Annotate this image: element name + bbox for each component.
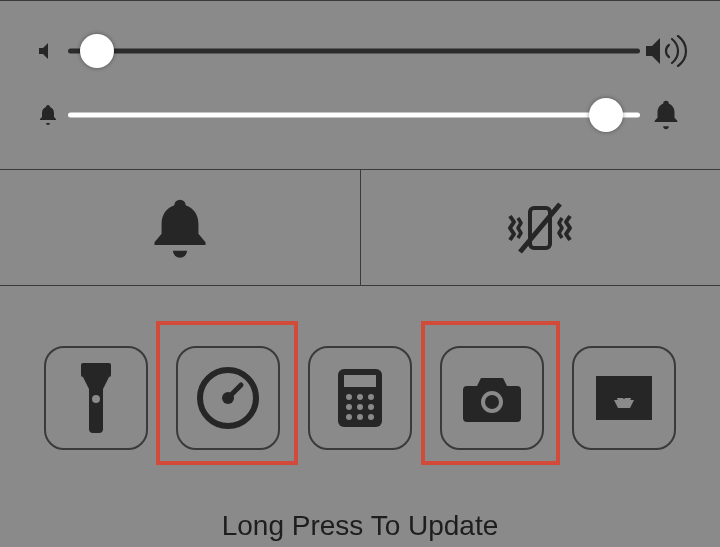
bell-small-icon bbox=[28, 103, 68, 127]
flashlight-tile[interactable] bbox=[44, 346, 148, 450]
timer-tile[interactable] bbox=[176, 346, 280, 450]
sliders-section bbox=[0, 1, 720, 170]
shortcuts-row bbox=[0, 286, 720, 450]
svg-line-6 bbox=[228, 385, 241, 398]
svg-point-14 bbox=[368, 404, 374, 410]
ringer-slider-row bbox=[28, 83, 692, 147]
ring-mode-button[interactable] bbox=[0, 170, 361, 285]
control-center-panel: Long Press To Update bbox=[0, 0, 720, 547]
svg-rect-8 bbox=[344, 375, 376, 387]
svg-point-15 bbox=[346, 414, 352, 420]
footer-hint: Long Press To Update bbox=[0, 510, 720, 547]
timer-icon bbox=[197, 367, 259, 429]
calculator-tile[interactable] bbox=[308, 346, 412, 450]
ringer-slider[interactable] bbox=[68, 100, 640, 130]
inbox-down-icon bbox=[596, 376, 652, 420]
speaker-loud-icon bbox=[640, 35, 692, 67]
svg-point-10 bbox=[357, 394, 363, 400]
svg-point-13 bbox=[357, 404, 363, 410]
svg-point-17 bbox=[368, 414, 374, 420]
bell-solid-icon bbox=[640, 98, 692, 132]
svg-point-19 bbox=[485, 395, 499, 409]
svg-point-9 bbox=[346, 394, 352, 400]
svg-rect-2 bbox=[81, 363, 111, 377]
speaker-mute-icon bbox=[28, 39, 68, 63]
svg-point-16 bbox=[357, 414, 363, 420]
bell-large-icon bbox=[146, 194, 214, 262]
vibrate-off-icon bbox=[500, 196, 580, 260]
sound-mode-section bbox=[0, 170, 720, 286]
vibrate-off-button[interactable] bbox=[361, 170, 721, 285]
volume-slider-row bbox=[28, 19, 692, 83]
calculator-icon bbox=[338, 369, 382, 427]
svg-point-12 bbox=[346, 404, 352, 410]
downloads-tile[interactable] bbox=[572, 346, 676, 450]
volume-slider[interactable] bbox=[68, 36, 640, 66]
svg-point-3 bbox=[92, 395, 100, 403]
svg-line-1 bbox=[520, 204, 560, 252]
camera-icon bbox=[461, 374, 523, 422]
camera-tile[interactable] bbox=[440, 346, 544, 450]
flashlight-icon bbox=[75, 363, 117, 433]
svg-point-11 bbox=[368, 394, 374, 400]
